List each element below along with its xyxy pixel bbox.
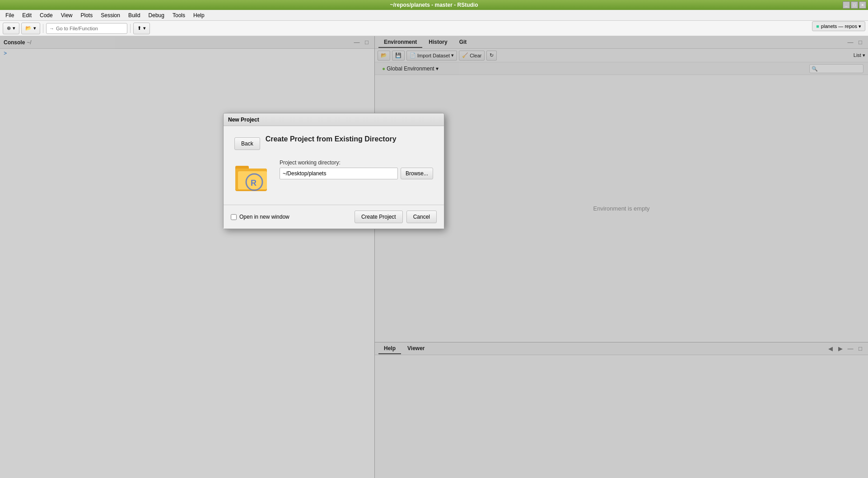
menu-session[interactable]: Session bbox=[97, 11, 124, 19]
menu-help[interactable]: Help bbox=[190, 11, 208, 19]
menu-file[interactable]: File bbox=[2, 11, 18, 19]
new-file-dropdown-icon: ▾ bbox=[13, 25, 15, 31]
commit-icon: ⬆ bbox=[137, 25, 141, 31]
dialog-icon-area: R Project working directory: Browse... bbox=[234, 159, 433, 196]
commit-dropdown-icon: ▾ bbox=[143, 25, 146, 31]
goto-icon: → bbox=[49, 26, 54, 31]
modal-overlay bbox=[0, 36, 868, 478]
project-indicator[interactable]: ■ planets — repos ▾ bbox=[812, 21, 865, 31]
maximize-btn[interactable]: □ bbox=[851, 1, 858, 9]
commit-button[interactable]: ⬆ ▾ bbox=[133, 23, 150, 34]
open-file-button[interactable]: 📂 ▾ bbox=[21, 23, 40, 34]
menu-code[interactable]: Code bbox=[36, 11, 56, 19]
dialog-titlebar: New Project bbox=[224, 113, 444, 126]
dialog-title: New Project bbox=[228, 117, 259, 123]
browse-button[interactable]: Browse... bbox=[401, 168, 433, 179]
close-btn[interactable]: × bbox=[859, 1, 866, 9]
dialog-form: Project working directory: Browse... bbox=[280, 159, 433, 179]
window-controls[interactable]: _ □ × bbox=[843, 1, 866, 9]
menu-build[interactable]: Build bbox=[125, 11, 144, 19]
footer-buttons: Create Project Cancel bbox=[355, 211, 437, 223]
menu-tools[interactable]: Tools bbox=[169, 11, 189, 19]
cancel-button[interactable]: Cancel bbox=[406, 211, 437, 223]
svg-text:R: R bbox=[251, 178, 257, 187]
toolbar-separator-1 bbox=[43, 24, 43, 33]
folder-r-icon: R bbox=[234, 159, 271, 196]
minimize-btn[interactable]: _ bbox=[843, 1, 850, 9]
title-bar: ~/repos/planets - master - RStudio _ □ × bbox=[0, 0, 868, 10]
create-project-button[interactable]: Create Project bbox=[355, 211, 403, 223]
back-button[interactable]: Back bbox=[234, 137, 260, 150]
main-toolbar: ⊕ ▾ 📂 ▾ → Go to File/Function ⬆ ▾ ■ plan… bbox=[0, 21, 868, 36]
new-project-dialog: New Project Back Create Project from Exi… bbox=[223, 113, 444, 229]
goto-file-button[interactable]: → Go to File/Function bbox=[46, 23, 127, 34]
menu-edit[interactable]: Edit bbox=[19, 11, 35, 19]
menu-bar: File Edit Code View Plots Session Build … bbox=[0, 10, 868, 21]
new-file-icon: ⊕ bbox=[7, 25, 11, 31]
dialog-body: Back Create Project from Existing Direct… bbox=[224, 126, 444, 205]
project-icon: ■ bbox=[816, 23, 819, 29]
dialog-heading: Create Project from Existing Directory bbox=[266, 135, 397, 143]
dialog-footer: Open in new window Create Project Cancel bbox=[224, 205, 444, 229]
form-label: Project working directory: bbox=[280, 159, 433, 166]
directory-input[interactable] bbox=[280, 168, 398, 179]
app-title: ~/repos/planets - master - RStudio bbox=[390, 2, 478, 8]
form-row: Browse... bbox=[280, 168, 433, 179]
goto-file-label: Go to File/Function bbox=[56, 26, 98, 31]
new-file-button[interactable]: ⊕ ▾ bbox=[3, 23, 19, 34]
open-new-window-label: Open in new window bbox=[239, 214, 289, 220]
open-new-window-checkbox[interactable] bbox=[231, 214, 237, 220]
menu-debug[interactable]: Debug bbox=[145, 11, 168, 19]
toolbar-separator-2 bbox=[130, 24, 131, 33]
menu-plots[interactable]: Plots bbox=[77, 11, 97, 19]
open-file-icon: 📂 bbox=[25, 25, 32, 31]
menu-view[interactable]: View bbox=[57, 11, 76, 19]
open-new-window-row: Open in new window bbox=[231, 214, 289, 220]
open-dropdown-icon: ▾ bbox=[33, 25, 36, 31]
project-label: planets — repos ▾ bbox=[821, 23, 861, 29]
